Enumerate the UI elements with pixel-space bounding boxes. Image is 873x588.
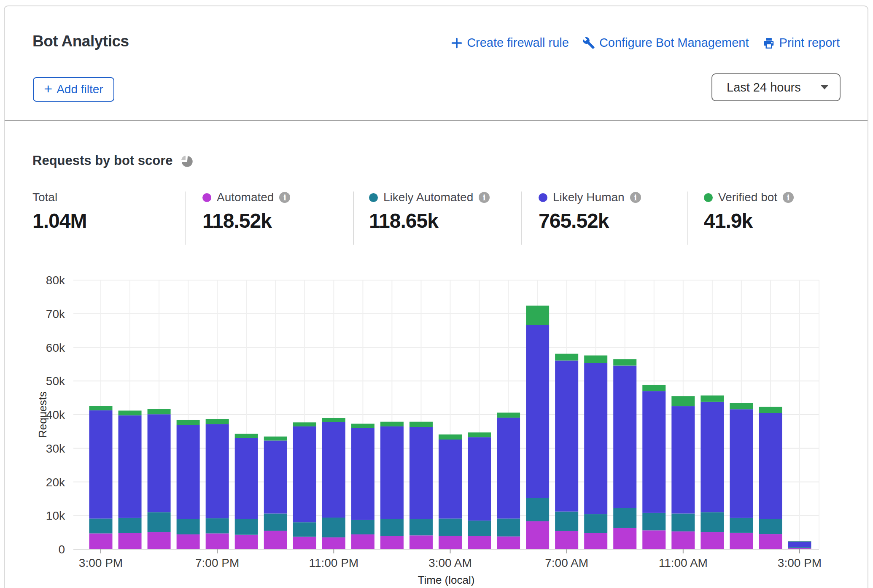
bar-segment-automated[interactable]	[322, 537, 345, 549]
bar-segment-likely-automated[interactable]	[89, 518, 113, 533]
bar-segment-likely-automated[interactable]	[526, 498, 549, 521]
bar-segment-automated[interactable]	[351, 534, 375, 549]
bar-segment-automated[interactable]	[613, 528, 636, 549]
bar-segment-verified-bot[interactable]	[148, 409, 171, 414]
bar-segment-likely-human[interactable]	[293, 426, 316, 522]
info-icon[interactable]: i	[783, 192, 794, 203]
bar-segment-automated[interactable]	[119, 533, 142, 549]
bar-segment-likely-human[interactable]	[671, 406, 695, 513]
bar-segment-verified-bot[interactable]	[264, 437, 287, 441]
bar-segment-likely-automated[interactable]	[119, 518, 142, 533]
bar-segment-likely-automated[interactable]	[584, 514, 607, 533]
bar-segment-likely-human[interactable]	[584, 363, 607, 514]
bar-segment-likely-human[interactable]	[497, 418, 520, 518]
bar-segment-likely-automated[interactable]	[788, 547, 811, 548]
bar-segment-automated[interactable]	[671, 531, 695, 549]
bar-segment-verified-bot[interactable]	[613, 359, 636, 365]
bar-segment-likely-automated[interactable]	[701, 512, 724, 532]
bar-segment-automated[interactable]	[555, 531, 578, 549]
bar-segment-automated[interactable]	[410, 535, 433, 549]
bar-segment-likely-automated[interactable]	[642, 513, 666, 530]
bar-segment-likely-automated[interactable]	[351, 520, 375, 534]
create-firewall-rule-link[interactable]: Create firewall rule	[451, 36, 569, 50]
bar-segment-verified-bot[interactable]	[177, 420, 200, 425]
bar-segment-verified-bot[interactable]	[293, 422, 316, 426]
bar-segment-verified-bot[interactable]	[701, 396, 724, 402]
print-report-link[interactable]: Print report	[763, 36, 840, 50]
bar-segment-likely-human[interactable]	[380, 426, 404, 519]
bar-segment-likely-human[interactable]	[701, 402, 724, 512]
bar-segment-likely-automated[interactable]	[410, 519, 433, 535]
bar-segment-likely-automated[interactable]	[206, 518, 229, 534]
bar-segment-automated[interactable]	[701, 532, 724, 549]
bar-segment-verified-bot[interactable]	[468, 432, 491, 437]
bar-segment-likely-human[interactable]	[439, 440, 462, 518]
bar-segment-likely-automated[interactable]	[235, 519, 258, 534]
bar-segment-verified-bot[interactable]	[671, 396, 695, 406]
bar-segment-automated[interactable]	[730, 533, 753, 549]
bar-segment-automated[interactable]	[759, 534, 782, 549]
configure-bot-management-link[interactable]: Configure Bot Management	[582, 36, 749, 50]
bar-segment-automated[interactable]	[293, 537, 316, 549]
bar-segment-automated[interactable]	[788, 548, 811, 549]
bar-segment-likely-automated[interactable]	[264, 513, 287, 531]
bar-segment-likely-human[interactable]	[788, 542, 811, 548]
bar-segment-verified-bot[interactable]	[235, 434, 258, 438]
info-icon[interactable]: i	[279, 192, 290, 203]
bar-segment-likely-human[interactable]	[206, 424, 229, 518]
bar-segment-likely-human[interactable]	[119, 415, 142, 518]
bar-segment-likely-human[interactable]	[264, 440, 287, 513]
bar-segment-verified-bot[interactable]	[89, 406, 113, 410]
bar-segment-automated[interactable]	[177, 534, 200, 549]
bar-segment-verified-bot[interactable]	[410, 422, 433, 427]
bar-segment-likely-automated[interactable]	[177, 519, 200, 534]
bar-segment-likely-human[interactable]	[468, 437, 491, 521]
bar-segment-automated[interactable]	[439, 536, 462, 549]
bar-segment-likely-automated[interactable]	[555, 512, 578, 531]
add-filter-button[interactable]: + Add filter	[33, 77, 114, 102]
info-icon[interactable]: i	[479, 192, 490, 203]
bar-segment-automated[interactable]	[89, 534, 113, 549]
bar-segment-automated[interactable]	[264, 531, 287, 549]
bar-segment-likely-human[interactable]	[730, 409, 753, 518]
bar-segment-verified-bot[interactable]	[584, 356, 607, 363]
bar-segment-likely-human[interactable]	[351, 428, 375, 520]
bar-segment-likely-human[interactable]	[613, 366, 636, 508]
bar-segment-likely-automated[interactable]	[380, 519, 404, 536]
bar-segment-likely-automated[interactable]	[293, 522, 316, 537]
bar-segment-likely-human[interactable]	[410, 427, 433, 520]
bar-segment-likely-human[interactable]	[235, 438, 258, 519]
bar-segment-automated[interactable]	[526, 521, 549, 549]
bar-segment-verified-bot[interactable]	[351, 424, 375, 428]
bar-segment-likely-automated[interactable]	[439, 518, 462, 536]
bar-segment-verified-bot[interactable]	[119, 410, 142, 415]
bar-segment-verified-bot[interactable]	[439, 434, 462, 440]
bar-segment-likely-automated[interactable]	[613, 508, 636, 528]
bar-segment-likely-automated[interactable]	[322, 518, 345, 537]
bar-segment-likely-human[interactable]	[759, 413, 782, 519]
info-icon[interactable]: i	[630, 192, 641, 203]
bar-segment-likely-human[interactable]	[322, 422, 345, 518]
bar-segment-likely-automated[interactable]	[730, 518, 753, 533]
bar-segment-verified-bot[interactable]	[788, 541, 811, 542]
bar-segment-automated[interactable]	[642, 530, 666, 549]
bar-segment-automated[interactable]	[148, 532, 171, 549]
bar-segment-likely-human[interactable]	[89, 410, 113, 519]
bar-segment-likely-human[interactable]	[642, 391, 666, 513]
bar-segment-likely-automated[interactable]	[671, 513, 695, 531]
bar-segment-automated[interactable]	[468, 536, 491, 549]
bar-segment-likely-automated[interactable]	[148, 512, 171, 532]
bar-segment-likely-automated[interactable]	[497, 518, 520, 536]
bar-segment-likely-human[interactable]	[526, 325, 549, 498]
bar-segment-likely-automated[interactable]	[468, 521, 491, 536]
bar-segment-automated[interactable]	[235, 535, 258, 549]
bar-segment-verified-bot[interactable]	[497, 413, 520, 418]
bar-segment-verified-bot[interactable]	[380, 422, 404, 426]
bar-segment-verified-bot[interactable]	[526, 306, 549, 325]
bar-segment-likely-human[interactable]	[177, 425, 200, 519]
bar-segment-verified-bot[interactable]	[206, 419, 229, 424]
bar-segment-verified-bot[interactable]	[642, 385, 666, 391]
bar-segment-likely-automated[interactable]	[759, 519, 782, 534]
bar-segment-automated[interactable]	[380, 536, 404, 549]
bar-segment-verified-bot[interactable]	[730, 403, 753, 409]
